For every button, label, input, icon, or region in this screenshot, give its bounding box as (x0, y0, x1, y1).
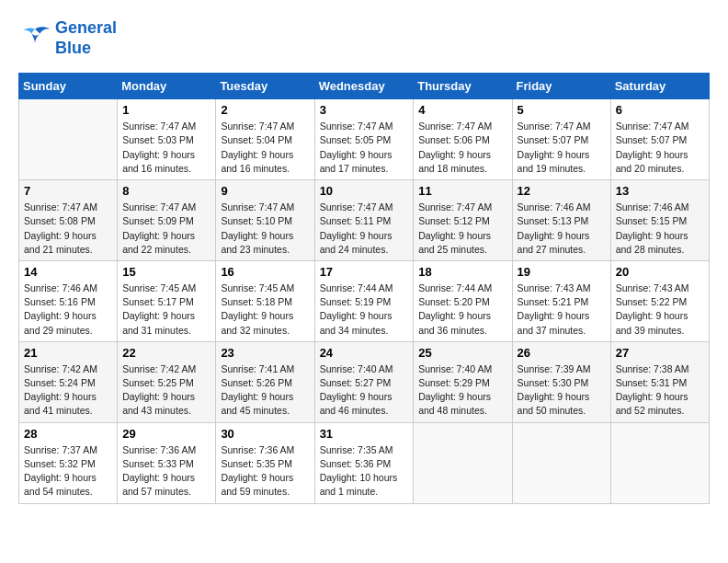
day-info: Sunrise: 7:47 AM Sunset: 5:07 PM Dayligh… (616, 120, 704, 176)
col-header-thursday: Thursday (414, 74, 512, 99)
week-row-4: 21Sunrise: 7:42 AM Sunset: 5:24 PM Dayli… (19, 341, 710, 422)
logo-icon (18, 25, 51, 52)
day-info: Sunrise: 7:35 AM Sunset: 5:36 PM Dayligh… (320, 443, 409, 500)
day-number: 21 (24, 346, 112, 360)
day-cell: 2Sunrise: 7:47 AM Sunset: 5:04 PM Daylig… (216, 99, 314, 180)
week-row-2: 7Sunrise: 7:47 AM Sunset: 5:08 PM Daylig… (19, 180, 710, 261)
day-number: 9 (221, 184, 309, 198)
day-info: Sunrise: 7:46 AM Sunset: 5:13 PM Dayligh… (518, 201, 606, 257)
day-info: Sunrise: 7:40 AM Sunset: 5:27 PM Dayligh… (320, 362, 409, 419)
day-info: Sunrise: 7:43 AM Sunset: 5:22 PM Dayligh… (616, 282, 704, 338)
col-header-saturday: Saturday (610, 74, 709, 99)
day-info: Sunrise: 7:36 AM Sunset: 5:33 PM Dayligh… (122, 443, 210, 500)
day-cell: 25Sunrise: 7:40 AM Sunset: 5:29 PM Dayli… (414, 341, 512, 422)
day-info: Sunrise: 7:47 AM Sunset: 5:06 PM Dayligh… (418, 120, 506, 176)
col-header-sunday: Sunday (19, 74, 118, 99)
day-number: 23 (221, 346, 309, 360)
day-number: 15 (122, 265, 210, 279)
day-number: 22 (122, 346, 210, 360)
day-cell: 9Sunrise: 7:47 AM Sunset: 5:10 PM Daylig… (216, 180, 314, 261)
day-cell: 7Sunrise: 7:47 AM Sunset: 5:08 PM Daylig… (19, 180, 118, 261)
day-number: 11 (418, 184, 506, 198)
day-info: Sunrise: 7:47 AM Sunset: 5:12 PM Dayligh… (418, 201, 506, 257)
day-cell: 1Sunrise: 7:47 AM Sunset: 5:03 PM Daylig… (118, 99, 216, 180)
day-info: Sunrise: 7:37 AM Sunset: 5:32 PM Dayligh… (24, 443, 112, 500)
day-cell: 23Sunrise: 7:41 AM Sunset: 5:26 PM Dayli… (216, 341, 314, 422)
day-cell: 26Sunrise: 7:39 AM Sunset: 5:30 PM Dayli… (512, 341, 610, 422)
day-info: Sunrise: 7:40 AM Sunset: 5:29 PM Dayligh… (418, 362, 506, 419)
day-info: Sunrise: 7:42 AM Sunset: 5:24 PM Dayligh… (24, 362, 112, 419)
day-cell: 6Sunrise: 7:47 AM Sunset: 5:07 PM Daylig… (610, 99, 709, 180)
logo: General Blue (18, 18, 117, 58)
calendar-table: SundayMondayTuesdayWednesdayThursdayFrid… (18, 73, 710, 503)
day-info: Sunrise: 7:41 AM Sunset: 5:26 PM Dayligh… (221, 362, 309, 419)
day-cell: 4Sunrise: 7:47 AM Sunset: 5:06 PM Daylig… (414, 99, 512, 180)
day-cell: 3Sunrise: 7:47 AM Sunset: 5:05 PM Daylig… (314, 99, 414, 180)
day-info: Sunrise: 7:47 AM Sunset: 5:07 PM Dayligh… (518, 120, 606, 176)
day-info: Sunrise: 7:47 AM Sunset: 5:08 PM Dayligh… (24, 201, 112, 257)
day-number: 1 (122, 103, 210, 117)
col-header-friday: Friday (512, 74, 610, 99)
day-cell: 28Sunrise: 7:37 AM Sunset: 5:32 PM Dayli… (19, 422, 118, 503)
day-info: Sunrise: 7:47 AM Sunset: 5:09 PM Dayligh… (122, 201, 210, 257)
header-row: SundayMondayTuesdayWednesdayThursdayFrid… (19, 74, 710, 99)
day-info: Sunrise: 7:44 AM Sunset: 5:19 PM Dayligh… (320, 282, 409, 338)
day-cell: 27Sunrise: 7:38 AM Sunset: 5:31 PM Dayli… (610, 341, 709, 422)
day-cell: 22Sunrise: 7:42 AM Sunset: 5:25 PM Dayli… (118, 341, 216, 422)
day-number: 27 (616, 346, 704, 360)
day-cell: 18Sunrise: 7:44 AM Sunset: 5:20 PM Dayli… (414, 260, 512, 341)
day-info: Sunrise: 7:46 AM Sunset: 5:15 PM Dayligh… (616, 201, 704, 257)
day-info: Sunrise: 7:45 AM Sunset: 5:17 PM Dayligh… (122, 282, 210, 338)
day-number: 4 (418, 103, 506, 117)
week-row-1: 1Sunrise: 7:47 AM Sunset: 5:03 PM Daylig… (19, 99, 710, 180)
day-number: 31 (320, 427, 409, 441)
day-info: Sunrise: 7:43 AM Sunset: 5:21 PM Dayligh… (518, 282, 606, 338)
day-cell: 29Sunrise: 7:36 AM Sunset: 5:33 PM Dayli… (118, 422, 216, 503)
day-number: 17 (320, 265, 409, 279)
day-info: Sunrise: 7:47 AM Sunset: 5:05 PM Dayligh… (320, 120, 409, 176)
day-cell (610, 422, 709, 503)
day-cell: 13Sunrise: 7:46 AM Sunset: 5:15 PM Dayli… (610, 180, 709, 261)
day-info: Sunrise: 7:45 AM Sunset: 5:18 PM Dayligh… (221, 282, 309, 338)
day-number: 24 (320, 346, 409, 360)
day-cell: 31Sunrise: 7:35 AM Sunset: 5:36 PM Dayli… (314, 422, 414, 503)
day-number: 13 (616, 184, 704, 198)
day-cell: 20Sunrise: 7:43 AM Sunset: 5:22 PM Dayli… (610, 260, 709, 341)
day-number: 2 (221, 103, 309, 117)
week-row-3: 14Sunrise: 7:46 AM Sunset: 5:16 PM Dayli… (19, 260, 710, 341)
day-number: 28 (24, 427, 112, 441)
day-cell: 12Sunrise: 7:46 AM Sunset: 5:13 PM Dayli… (512, 180, 610, 261)
day-number: 12 (518, 184, 606, 198)
day-number: 25 (418, 346, 506, 360)
day-info: Sunrise: 7:42 AM Sunset: 5:25 PM Dayligh… (122, 362, 210, 419)
day-number: 30 (221, 427, 309, 441)
week-row-5: 28Sunrise: 7:37 AM Sunset: 5:32 PM Dayli… (19, 422, 710, 503)
day-number: 10 (320, 184, 409, 198)
day-info: Sunrise: 7:46 AM Sunset: 5:16 PM Dayligh… (24, 282, 112, 338)
day-number: 7 (24, 184, 112, 198)
day-info: Sunrise: 7:47 AM Sunset: 5:10 PM Dayligh… (221, 201, 309, 257)
day-number: 20 (616, 265, 704, 279)
day-cell: 5Sunrise: 7:47 AM Sunset: 5:07 PM Daylig… (512, 99, 610, 180)
day-info: Sunrise: 7:38 AM Sunset: 5:31 PM Dayligh… (616, 362, 704, 419)
day-cell: 11Sunrise: 7:47 AM Sunset: 5:12 PM Dayli… (414, 180, 512, 261)
logo-text: General Blue (55, 18, 117, 58)
day-number: 3 (320, 103, 409, 117)
day-info: Sunrise: 7:39 AM Sunset: 5:30 PM Dayligh… (518, 362, 606, 419)
day-cell: 24Sunrise: 7:40 AM Sunset: 5:27 PM Dayli… (314, 341, 414, 422)
day-cell: 17Sunrise: 7:44 AM Sunset: 5:19 PM Dayli… (314, 260, 414, 341)
day-cell (414, 422, 512, 503)
col-header-monday: Monday (118, 74, 216, 99)
day-number: 26 (518, 346, 606, 360)
day-cell: 15Sunrise: 7:45 AM Sunset: 5:17 PM Dayli… (118, 260, 216, 341)
day-cell: 8Sunrise: 7:47 AM Sunset: 5:09 PM Daylig… (118, 180, 216, 261)
col-header-wednesday: Wednesday (314, 74, 414, 99)
day-info: Sunrise: 7:47 AM Sunset: 5:11 PM Dayligh… (320, 201, 409, 257)
day-info: Sunrise: 7:47 AM Sunset: 5:03 PM Dayligh… (122, 120, 210, 176)
col-header-tuesday: Tuesday (216, 74, 314, 99)
day-number: 16 (221, 265, 309, 279)
day-cell (19, 99, 118, 180)
day-info: Sunrise: 7:47 AM Sunset: 5:04 PM Dayligh… (221, 120, 309, 176)
day-number: 19 (518, 265, 606, 279)
day-info: Sunrise: 7:44 AM Sunset: 5:20 PM Dayligh… (418, 282, 506, 338)
